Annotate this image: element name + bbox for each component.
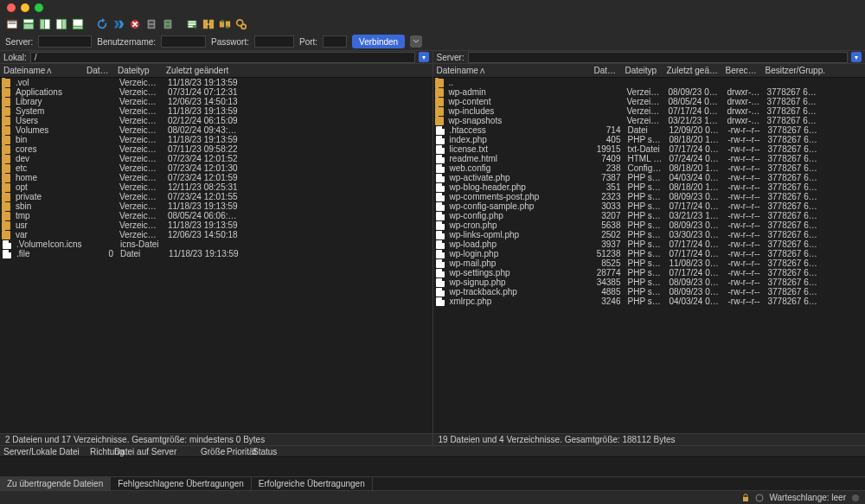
cancel-icon[interactable] xyxy=(128,17,142,31)
qcol-priority[interactable]: Priorität xyxy=(223,447,249,456)
list-item[interactable]: usrVerzeichnis11/18/23 19:13:59 xyxy=(0,220,432,230)
server-path-dropdown[interactable]: ▾ xyxy=(851,52,862,62)
list-item[interactable]: readme.html7409HTML Do…07/24/24 05:…-rw-… xyxy=(433,154,866,163)
qcol-size[interactable]: Größe xyxy=(197,447,223,456)
reconnect-icon[interactable] xyxy=(161,17,175,31)
list-item[interactable]: homeVerzeichnis07/23/24 12:01:59 xyxy=(0,173,432,182)
list-item[interactable]: wp-adminVerzeichnis08/09/23 05:…drwxr-xr… xyxy=(433,87,866,97)
list-item[interactable]: wp-cron.php5638PHP sour…08/09/23 05:…-rw… xyxy=(433,220,866,230)
list-item[interactable]: wp-config-sample.php3033PHP sour…07/17/2… xyxy=(433,201,866,211)
list-item[interactable]: license.txt19915txt-Datei07/17/24 05:…-r… xyxy=(433,144,866,154)
cell-s: 3246 xyxy=(593,297,625,306)
list-item[interactable]: wp-links-opml.php2502PHP sour…03/30/23 0… xyxy=(433,230,866,239)
toggle-message-log-icon[interactable] xyxy=(22,17,35,31)
disconnect-icon[interactable] xyxy=(144,17,158,31)
list-item[interactable]: web.config238Configurati…08/18/20 15:…-r… xyxy=(433,163,866,173)
col-mod[interactable]: Zuletzt geändert xyxy=(663,66,722,75)
list-item[interactable]: ApplicationsVerzeichnis07/31/24 07:12:31 xyxy=(0,87,432,97)
col-size[interactable]: Dateigröße xyxy=(83,66,114,75)
list-item[interactable]: SystemVerzeichnis11/18/23 19:13:59 xyxy=(0,106,432,116)
tab-failed[interactable]: Fehlgeschlagene Übertragungen xyxy=(111,477,252,490)
search-icon[interactable] xyxy=(234,17,248,31)
list-item[interactable]: coresVerzeichnis07/11/23 09:58:22 xyxy=(0,144,432,154)
process-queue-icon[interactable] xyxy=(112,17,125,31)
list-item[interactable]: wp-blog-header.php351PHP sour…08/18/20 1… xyxy=(433,182,866,192)
sync-browse-icon[interactable] xyxy=(218,17,232,31)
list-item[interactable]: .volVerzeichnis11/18/23 19:13:59 xyxy=(0,78,432,87)
qcol-server-local[interactable]: Server/Lokale Datei xyxy=(0,447,86,456)
local-path-input[interactable]: / xyxy=(30,52,415,63)
toggle-queue-icon[interactable] xyxy=(71,17,85,31)
compare-icon[interactable] xyxy=(202,17,215,31)
cell-t: Verzeichnis xyxy=(624,116,665,125)
col-name[interactable]: Dateinameᐱ xyxy=(433,66,591,75)
cell-m: 02/12/24 06:15:09 xyxy=(164,116,432,125)
list-item[interactable]: optVerzeichnis12/11/23 08:25:31 xyxy=(0,182,432,192)
list-item[interactable]: .file0Datei11/18/23 19:13:59 xyxy=(0,249,432,258)
list-item[interactable]: wp-mail.php8525PHP sour…11/08/23 04:…-rw… xyxy=(433,258,866,268)
list-item[interactable]: .. xyxy=(433,78,866,87)
file-panes: Dateinameᐱ Dateigröße Dateityp Zuletzt g… xyxy=(0,64,865,433)
list-item[interactable]: UsersVerzeichnis02/12/24 06:15:09 xyxy=(0,116,432,125)
tab-pending[interactable]: Zu übertragende Dateien xyxy=(0,477,111,490)
list-item[interactable]: wp-load.php3937PHP sour…07/17/24 05:…-rw… xyxy=(433,239,866,249)
list-item[interactable]: binVerzeichnis11/18/23 19:13:59 xyxy=(0,135,432,144)
col-mod[interactable]: Zuletzt geändert xyxy=(163,66,432,75)
maximize-window-button[interactable] xyxy=(35,3,43,12)
list-item[interactable]: varVerzeichnis12/06/23 14:50:18 xyxy=(0,230,432,239)
user-input[interactable] xyxy=(161,35,206,48)
cell-n: Library xyxy=(12,97,85,106)
list-item[interactable]: wp-activate.php7387PHP sour…04/03/24 05:… xyxy=(433,173,866,182)
tab-success[interactable]: Erfolgreiche Übertragungen xyxy=(252,477,373,490)
qcol-remote-file[interactable]: Datei auf Server xyxy=(111,447,197,456)
toggle-remote-tree-icon[interactable] xyxy=(54,17,68,31)
col-perm[interactable]: Berechtigunge xyxy=(722,66,762,75)
local-path-dropdown[interactable]: ▾ xyxy=(419,52,429,62)
list-item[interactable]: wp-login.php51238PHP sour…07/17/24 05:…-… xyxy=(433,249,866,258)
connect-button[interactable]: Verbinden xyxy=(352,35,405,48)
col-own[interactable]: Besitzer/Grupp. xyxy=(762,66,866,75)
col-name[interactable]: Dateinameᐱ xyxy=(0,66,83,75)
server-input[interactable] xyxy=(38,35,92,48)
pass-input[interactable] xyxy=(254,35,294,48)
list-item[interactable]: sbinVerzeichnis11/18/23 19:13:59 xyxy=(0,201,432,211)
list-item[interactable]: xmlrpc.php3246PHP sour…04/03/24 05:…-rw-… xyxy=(433,297,866,306)
qcol-direction[interactable]: Richtung xyxy=(86,447,111,456)
qcol-status[interactable]: Status xyxy=(249,447,865,456)
list-item[interactable]: LibraryVerzeichnis12/06/23 14:50:13 xyxy=(0,97,432,106)
toggle-local-tree-icon[interactable] xyxy=(38,17,52,31)
list-item[interactable]: wp-comments-post.php2323PHP sour…08/09/2… xyxy=(433,192,866,201)
open-site-manager-icon[interactable] xyxy=(5,17,19,31)
local-file-list[interactable]: .volVerzeichnis11/18/23 19:13:59Applicat… xyxy=(0,78,432,433)
list-item[interactable]: devVerzeichnis07/23/24 12:01:52 xyxy=(0,154,432,163)
list-item[interactable]: .VolumeIcon.icnsicns-Datei xyxy=(0,239,432,249)
filter-icon[interactable] xyxy=(185,17,199,31)
list-item[interactable]: privateVerzeichnis07/23/24 12:01:55 xyxy=(0,192,432,201)
server-path-input[interactable] xyxy=(468,52,848,63)
list-item[interactable]: wp-signup.php34385PHP sour…08/09/23 05:…… xyxy=(433,278,866,287)
list-item[interactable]: wp-snapshotsVerzeichnis03/21/23 10:…drwx… xyxy=(433,116,866,125)
list-item[interactable]: VolumesVerzeichnis08/02/24 09:43:… xyxy=(0,125,432,135)
cell-o: 3778267 6… xyxy=(765,144,866,154)
list-item[interactable]: etcVerzeichnis07/23/24 12:01:30 xyxy=(0,163,432,173)
col-size[interactable]: Dateigröße xyxy=(591,66,622,75)
col-type[interactable]: Dateityp xyxy=(622,66,663,75)
list-item[interactable]: wp-trackback.php4885PHP sour…08/09/23 05… xyxy=(433,287,866,297)
list-item[interactable]: wp-settings.php28774PHP sour…07/17/24 05… xyxy=(433,268,866,278)
list-item[interactable]: .htaccess714Datei12/09/20 04:…-rw-r--r--… xyxy=(433,125,866,135)
file-icon xyxy=(436,126,445,135)
list-item[interactable]: wp-config.php3207PHP sour…03/21/23 10:1…… xyxy=(433,211,866,220)
list-item[interactable]: wp-contentVerzeichnis08/05/24 05:…drwxr-… xyxy=(433,97,866,106)
list-item[interactable]: index.php405PHP sour…08/18/20 15:…-rw-r-… xyxy=(433,135,866,144)
connect-history-dropdown[interactable] xyxy=(410,35,422,48)
close-window-button[interactable] xyxy=(7,3,16,12)
queue-list[interactable] xyxy=(0,457,865,476)
port-input[interactable] xyxy=(323,35,347,48)
col-type[interactable]: Dateityp xyxy=(114,66,163,75)
list-item[interactable]: wp-includesVerzeichnis07/17/24 05:…drwxr… xyxy=(433,106,866,116)
list-item[interactable]: tmpVerzeichnis08/05/24 06:06:… xyxy=(0,211,432,220)
minimize-window-button[interactable] xyxy=(21,3,29,12)
local-nav-label: Lokal: xyxy=(3,53,27,62)
remote-file-list[interactable]: ..wp-adminVerzeichnis08/09/23 05:…drwxr-… xyxy=(433,78,866,433)
refresh-icon[interactable] xyxy=(95,17,109,31)
